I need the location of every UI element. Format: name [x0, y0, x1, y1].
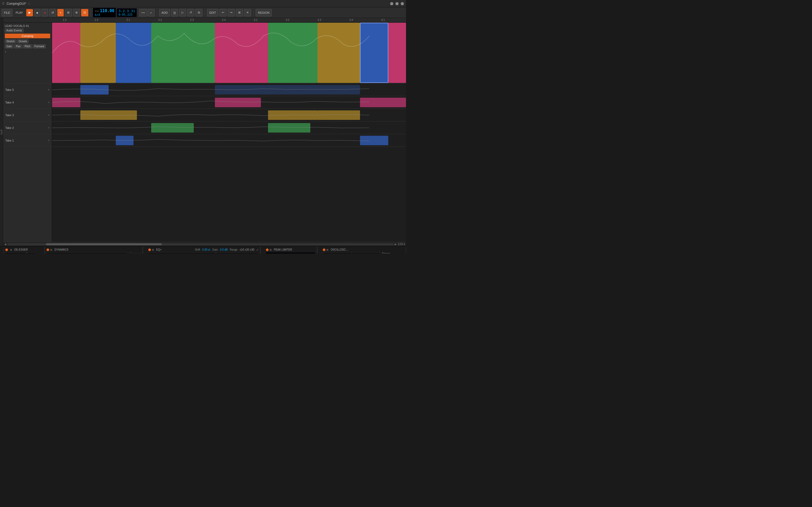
oscilloscope-controls: Trigger A B ||| → ▷ Hold 320 ms Level 0.…	[382, 252, 404, 253]
take1-label: Take 1	[5, 139, 14, 142]
eq-led[interactable]	[148, 248, 151, 251]
take4-label: Take 4	[5, 101, 14, 104]
stop-button[interactable]: ■	[34, 9, 41, 16]
track-name: LEAD VOCALS #1	[5, 24, 29, 27]
win-close[interactable]	[401, 2, 404, 5]
return-button[interactable]: ↺	[187, 9, 194, 16]
window-title: CompingGUI*	[7, 2, 26, 6]
scroll-left-btn[interactable]: ◀	[4, 243, 6, 245]
main-clip-row	[52, 23, 406, 83]
scroll-right-btn[interactable]: ▶	[395, 243, 397, 245]
track-area: 1.3 1.4 2.1 2.2 2.3 2.4 3.1 3.2 3.3 3.4 …	[3, 18, 406, 246]
copy-button[interactable]: ⊞	[236, 9, 243, 16]
play-label-button[interactable]: PLAY	[13, 9, 25, 16]
take3-header: Take 3 ×	[3, 109, 52, 121]
eq-shift-value: 0.00 st	[202, 248, 210, 251]
add-track-button[interactable]: +	[57, 9, 64, 16]
insert-button[interactable]: ⊕	[73, 9, 80, 16]
take2-close[interactable]: ×	[48, 126, 50, 130]
edit-button[interactable]: EDIT	[207, 9, 218, 16]
file-button[interactable]: FILE	[2, 9, 12, 16]
dynamics-header: ⊞ DYNAMICS	[47, 248, 141, 251]
add-plugin-btn3[interactable]: +	[317, 247, 321, 253]
take3-close[interactable]: ×	[48, 113, 50, 117]
delete-button[interactable]: ✕	[244, 9, 251, 16]
stretch-button[interactable]: Stretch	[5, 39, 16, 43]
take2-waveform	[52, 121, 406, 134]
peak-limiter-title: PEAK LIMITER	[274, 248, 292, 251]
formant-button[interactable]: Formant	[33, 44, 46, 48]
eq-display[interactable]: 4 5 -10 20 100 1k 10k	[148, 252, 258, 253]
folder-button[interactable]: ⊟	[195, 9, 202, 16]
ruler-mark-3: 2.1	[126, 18, 130, 21]
scrollbar-track[interactable]	[7, 243, 394, 245]
eq-title: EQ+	[156, 248, 161, 251]
take3-row	[52, 109, 406, 121]
divider1	[90, 9, 91, 16]
eq-gain-label: Gain	[212, 248, 218, 251]
page-info: 1/16 ▾	[398, 243, 405, 245]
loop-button[interactable]: ⇄	[49, 9, 56, 16]
clip-button[interactable]: ⊞	[65, 9, 72, 16]
de-esser-display: 4.49 kHz	[5, 252, 37, 253]
take4-waveform	[52, 96, 406, 109]
eq-expand-icon[interactable]: ⤢	[256, 248, 258, 251]
oscilloscope-led[interactable]	[323, 248, 325, 251]
play-button[interactable]: ▶	[26, 9, 33, 16]
peak-limiter-led[interactable]	[266, 248, 268, 251]
take3-waveform	[52, 109, 406, 121]
onsets-button[interactable]: Onsets	[17, 39, 29, 43]
main-track-header: LEAD VOCALS #1 Audio Events Comping Stre…	[3, 23, 52, 83]
oscilloscope-module: ⊞ OSCILLOSC... Trigger A	[321, 247, 406, 253]
ruler-mark-11: 4.1	[381, 18, 385, 21]
pan-button[interactable]: Pan	[14, 44, 22, 48]
de-esser-module: ⊞ DE-ESSER 4.49 kHz 10 20	[4, 247, 45, 253]
take4-close[interactable]: ×	[48, 101, 50, 104]
track-content	[52, 23, 406, 242]
clip-label: CLIP	[0, 128, 4, 136]
trigger-label: Trigger	[382, 252, 390, 253]
audio-events-button[interactable]: Audio Events	[5, 29, 23, 33]
record-button[interactable]: ●	[42, 9, 48, 16]
ruler-mark-6: 2.4	[222, 18, 226, 21]
scrollbar-thumb[interactable]	[46, 243, 162, 245]
titlebar: ⠿ CompingGUI* ×	[0, 0, 406, 7]
win-minimize[interactable]	[390, 2, 393, 5]
take1-close[interactable]: ×	[48, 138, 50, 142]
dynamics-meters: +10 –10 –20 –30 –40 –10 –20 –30 –40	[129, 252, 141, 253]
divider2	[157, 9, 157, 16]
dynamics-module: ⊞ DYNAMICS	[45, 247, 143, 253]
take5-header: Take 5 ×	[3, 83, 52, 96]
play2-button[interactable]: ▷	[179, 9, 186, 16]
divider3	[205, 9, 205, 16]
comp-button[interactable]: ⊡	[81, 9, 88, 16]
add-plugin-btn[interactable]: +	[143, 247, 147, 253]
main-area: CLIP 1.3 1.4 2.1 2.2 2.3 2.4 3.1 3.2 3.3…	[0, 18, 406, 246]
undo-button[interactable]: ↩	[219, 9, 226, 16]
eq-icon: ⊞	[152, 248, 154, 251]
take5-close[interactable]: ×	[48, 88, 50, 92]
dynamics-title: DYNAMICS	[54, 248, 68, 251]
comping-button[interactable]: Comping	[5, 34, 50, 38]
dynamics-led[interactable]	[47, 248, 49, 251]
eq-range-label: Range	[230, 248, 237, 251]
add-button[interactable]: ADD	[159, 9, 170, 16]
take3-label: Take 3	[5, 114, 14, 117]
sync-buttons: ⟺ ↙	[139, 9, 155, 16]
add-plugin-btn2[interactable]: +	[261, 247, 264, 253]
take2-header: Take 2 ×	[3, 121, 52, 134]
win-maximize[interactable]	[395, 2, 399, 5]
tracks-container: LEAD VOCALS #1 Audio Events Comping Stre…	[3, 23, 406, 242]
gain-button[interactable]: Gain	[5, 44, 13, 48]
region-button[interactable]: REGION	[256, 9, 272, 16]
oscilloscope-title: OSCILLOSC...	[331, 248, 348, 251]
sync-btn[interactable]: ⟺	[139, 9, 147, 16]
de-esser-led[interactable]	[5, 248, 8, 251]
redo-button[interactable]: ↪	[227, 9, 235, 16]
position-display: 3.2.3.31	[118, 9, 135, 13]
sync-btn2[interactable]: ↙	[148, 9, 155, 16]
take2-label: Take 2	[5, 126, 14, 129]
pitch-button[interactable]: Pitch	[23, 44, 32, 48]
bar-button[interactable]: |||	[171, 9, 178, 16]
oscilloscope-icon: ⊞	[326, 248, 328, 251]
